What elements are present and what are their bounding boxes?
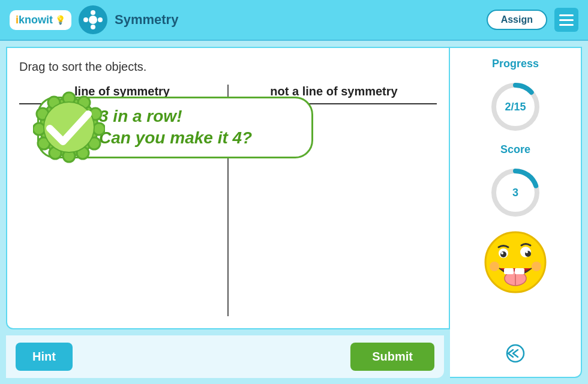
right-panel: Progress 2/15 Score 3 <box>450 47 582 378</box>
sort-area: line of symmetry not a line of symmetry <box>19 85 437 316</box>
assign-button[interactable]: Assign <box>487 10 547 30</box>
svg-point-1 <box>91 10 95 15</box>
svg-point-35 <box>532 262 541 271</box>
hamburger-line-2 <box>559 19 574 21</box>
progress-value: 2/15 <box>505 101 526 113</box>
hamburger-line-1 <box>559 14 574 16</box>
svg-point-29 <box>526 251 528 253</box>
hint-button[interactable]: Hint <box>16 343 73 371</box>
svg-point-15 <box>33 123 45 135</box>
lesson-icon <box>79 5 107 34</box>
logo-bulb-icon: 💡 <box>55 15 65 25</box>
score-ring: 3 <box>488 166 542 220</box>
svg-point-36 <box>507 345 524 362</box>
hamburger-line-3 <box>559 24 574 26</box>
instruction-text: Drag to sort the objects. <box>19 60 437 74</box>
svg-point-2 <box>91 25 95 29</box>
score-value: 3 <box>512 187 518 199</box>
streak-popup: 3 in a row! Can you make it 4? <box>37 97 313 158</box>
lesson-title: Symmetry <box>115 12 479 28</box>
svg-point-3 <box>83 17 88 22</box>
svg-point-34 <box>490 262 499 271</box>
logo-text: iknowit <box>16 14 53 26</box>
streak-line1: 3 in a row! <box>99 106 252 127</box>
svg-rect-33 <box>515 268 524 274</box>
svg-rect-32 <box>504 268 514 274</box>
svg-point-9 <box>93 123 105 135</box>
score-label: Score <box>500 143 530 156</box>
streak-line2: Can you make it 4? <box>99 127 252 149</box>
submit-button[interactable]: Submit <box>350 343 434 371</box>
logo-know: knowit <box>19 14 53 26</box>
progress-ring: 2/15 <box>488 80 542 134</box>
svg-point-0 <box>89 16 97 24</box>
menu-button[interactable] <box>554 8 578 32</box>
back-button[interactable] <box>506 344 525 367</box>
progress-label: Progress <box>492 58 539 70</box>
sort-panel: Drag to sort the objects. line of symmet… <box>6 47 450 329</box>
logo: iknowit 💡 <box>10 10 71 30</box>
streak-badge <box>33 91 105 163</box>
bottom-bar: Hint Submit <box>6 335 444 378</box>
svg-point-4 <box>98 17 103 22</box>
streak-text: 3 in a row! Can you make it 4? <box>99 106 252 149</box>
svg-point-26 <box>501 252 503 254</box>
svg-point-25 <box>500 251 506 257</box>
header: iknowit 💡 Symmetry Assign <box>0 0 588 41</box>
main-content: Drag to sort the objects. line of symmet… <box>0 41 588 384</box>
emoji-face <box>482 229 548 295</box>
